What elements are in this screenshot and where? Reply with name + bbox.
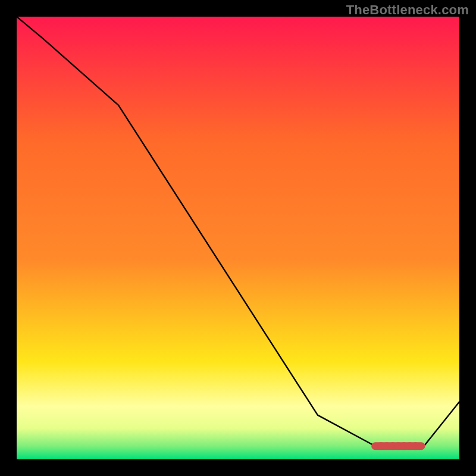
plateau-marker-group: [371, 442, 425, 450]
watermark-text: TheBottleneck.com: [346, 2, 469, 18]
gradient-background: [17, 17, 459, 459]
plot-area: [17, 17, 459, 459]
plot-svg: [17, 17, 459, 459]
plateau-dot: [418, 442, 425, 450]
chart-stage: TheBottleneck.com: [0, 0, 476, 476]
